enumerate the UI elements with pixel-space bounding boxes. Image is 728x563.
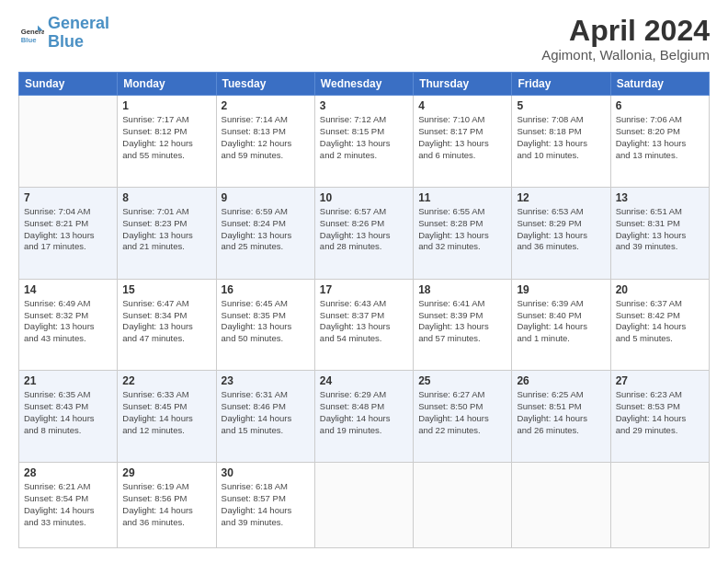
day-info: Sunrise: 6:18 AM Sunset: 8:57 PM Dayligh… [222, 481, 310, 528]
day-number: 11 [418, 191, 506, 204]
calendar-cell: 10Sunrise: 6:57 AM Sunset: 8:26 PM Dayli… [314, 187, 413, 279]
day-info: Sunrise: 6:51 AM Sunset: 8:31 PM Dayligh… [616, 206, 704, 253]
calendar-cell: 11Sunrise: 6:55 AM Sunset: 8:28 PM Dayli… [414, 187, 512, 279]
calendar-week-row: 7Sunrise: 7:04 AM Sunset: 8:21 PM Daylig… [19, 187, 710, 279]
calendar-header-saturday: Saturday [610, 73, 709, 96]
day-info: Sunrise: 6:53 AM Sunset: 8:29 PM Dayligh… [517, 206, 605, 253]
day-info: Sunrise: 6:45 AM Sunset: 8:35 PM Dayligh… [222, 298, 310, 345]
day-info: Sunrise: 6:57 AM Sunset: 8:26 PM Dayligh… [320, 206, 408, 253]
day-number: 3 [320, 99, 408, 112]
calendar-cell: 3Sunrise: 7:12 AM Sunset: 8:15 PM Daylig… [314, 96, 413, 188]
calendar-cell: 15Sunrise: 6:47 AM Sunset: 8:34 PM Dayli… [118, 279, 216, 371]
calendar-cell: 20Sunrise: 6:37 AM Sunset: 8:42 PM Dayli… [610, 279, 709, 371]
calendar-cell: 17Sunrise: 6:43 AM Sunset: 8:37 PM Dayli… [314, 279, 413, 371]
calendar-cell: 21Sunrise: 6:35 AM Sunset: 8:43 PM Dayli… [19, 371, 118, 463]
calendar-week-row: 21Sunrise: 6:35 AM Sunset: 8:43 PM Dayli… [19, 371, 710, 463]
calendar-week-row: 14Sunrise: 6:49 AM Sunset: 8:32 PM Dayli… [19, 279, 710, 371]
logo-icon: General Blue [18, 20, 44, 46]
page: General Blue General Blue April 2024 Agi… [0, 0, 728, 563]
svg-text:Blue: Blue [21, 36, 37, 44]
calendar-cell [512, 463, 610, 548]
calendar-header-thursday: Thursday [414, 73, 512, 96]
day-info: Sunrise: 7:06 AM Sunset: 8:20 PM Dayligh… [616, 114, 704, 161]
day-number: 19 [517, 283, 605, 296]
calendar-header-monday: Monday [118, 73, 216, 96]
calendar-header-sunday: Sunday [19, 73, 118, 96]
day-number: 15 [122, 283, 210, 296]
day-info: Sunrise: 6:19 AM Sunset: 8:56 PM Dayligh… [122, 481, 210, 528]
calendar-table: SundayMondayTuesdayWednesdayThursdayFrid… [18, 72, 710, 548]
calendar-cell: 6Sunrise: 7:06 AM Sunset: 8:20 PM Daylig… [610, 96, 709, 188]
main-title: April 2024 [541, 15, 710, 47]
calendar-cell [314, 463, 413, 548]
calendar-cell: 19Sunrise: 6:39 AM Sunset: 8:40 PM Dayli… [512, 279, 610, 371]
logo-text: General Blue [48, 15, 109, 52]
day-number: 8 [122, 191, 210, 204]
day-number: 30 [222, 466, 310, 479]
day-info: Sunrise: 7:10 AM Sunset: 8:17 PM Dayligh… [418, 114, 506, 161]
day-info: Sunrise: 7:08 AM Sunset: 8:18 PM Dayligh… [517, 114, 605, 161]
calendar-header-friday: Friday [512, 73, 610, 96]
calendar-cell: 13Sunrise: 6:51 AM Sunset: 8:31 PM Dayli… [610, 187, 709, 279]
day-info: Sunrise: 6:41 AM Sunset: 8:39 PM Dayligh… [418, 298, 506, 345]
calendar-header-wednesday: Wednesday [314, 73, 413, 96]
calendar-cell: 18Sunrise: 6:41 AM Sunset: 8:39 PM Dayli… [414, 279, 512, 371]
day-info: Sunrise: 6:21 AM Sunset: 8:54 PM Dayligh… [24, 481, 112, 528]
header: General Blue General Blue April 2024 Agi… [18, 15, 710, 63]
day-number: 17 [320, 283, 408, 296]
day-info: Sunrise: 6:59 AM Sunset: 8:24 PM Dayligh… [222, 206, 310, 253]
day-info: Sunrise: 7:01 AM Sunset: 8:23 PM Dayligh… [122, 206, 210, 253]
calendar-cell: 23Sunrise: 6:31 AM Sunset: 8:46 PM Dayli… [216, 371, 314, 463]
day-number: 20 [616, 283, 704, 296]
day-info: Sunrise: 6:49 AM Sunset: 8:32 PM Dayligh… [24, 298, 112, 345]
day-info: Sunrise: 6:55 AM Sunset: 8:28 PM Dayligh… [418, 206, 506, 253]
calendar-cell: 14Sunrise: 6:49 AM Sunset: 8:32 PM Dayli… [19, 279, 118, 371]
calendar-week-row: 1Sunrise: 7:17 AM Sunset: 8:12 PM Daylig… [19, 96, 710, 188]
day-info: Sunrise: 6:35 AM Sunset: 8:43 PM Dayligh… [24, 389, 112, 436]
day-info: Sunrise: 6:23 AM Sunset: 8:53 PM Dayligh… [616, 389, 704, 436]
logo: General Blue General Blue [18, 15, 109, 52]
day-number: 10 [320, 191, 408, 204]
day-info: Sunrise: 6:27 AM Sunset: 8:50 PM Dayligh… [418, 389, 506, 436]
calendar-cell: 26Sunrise: 6:25 AM Sunset: 8:51 PM Dayli… [512, 371, 610, 463]
day-number: 22 [122, 374, 210, 387]
calendar-cell: 4Sunrise: 7:10 AM Sunset: 8:17 PM Daylig… [414, 96, 512, 188]
day-number: 13 [616, 191, 704, 204]
calendar-cell: 1Sunrise: 7:17 AM Sunset: 8:12 PM Daylig… [118, 96, 216, 188]
calendar-header-row: SundayMondayTuesdayWednesdayThursdayFrid… [19, 73, 710, 96]
logo-line1: General [48, 14, 109, 32]
calendar-cell: 30Sunrise: 6:18 AM Sunset: 8:57 PM Dayli… [216, 463, 314, 548]
day-info: Sunrise: 7:04 AM Sunset: 8:21 PM Dayligh… [24, 206, 112, 253]
logo-line2: Blue [48, 32, 84, 51]
calendar-cell: 12Sunrise: 6:53 AM Sunset: 8:29 PM Dayli… [512, 187, 610, 279]
day-number: 6 [616, 99, 704, 112]
day-number: 26 [517, 374, 605, 387]
day-number: 25 [418, 374, 506, 387]
day-info: Sunrise: 6:31 AM Sunset: 8:46 PM Dayligh… [222, 389, 310, 436]
calendar-cell: 2Sunrise: 7:14 AM Sunset: 8:13 PM Daylig… [216, 96, 314, 188]
calendar-cell [414, 463, 512, 548]
calendar-week-row: 28Sunrise: 6:21 AM Sunset: 8:54 PM Dayli… [19, 463, 710, 548]
calendar-cell [610, 463, 709, 548]
calendar-cell: 28Sunrise: 6:21 AM Sunset: 8:54 PM Dayli… [19, 463, 118, 548]
day-info: Sunrise: 6:29 AM Sunset: 8:48 PM Dayligh… [320, 389, 408, 436]
day-number: 23 [222, 374, 310, 387]
calendar-cell: 25Sunrise: 6:27 AM Sunset: 8:50 PM Dayli… [414, 371, 512, 463]
calendar-cell: 27Sunrise: 6:23 AM Sunset: 8:53 PM Dayli… [610, 371, 709, 463]
day-number: 18 [418, 283, 506, 296]
day-info: Sunrise: 6:37 AM Sunset: 8:42 PM Dayligh… [616, 298, 704, 345]
calendar-cell: 5Sunrise: 7:08 AM Sunset: 8:18 PM Daylig… [512, 96, 610, 188]
calendar-cell [19, 96, 118, 188]
day-info: Sunrise: 6:33 AM Sunset: 8:45 PM Dayligh… [122, 389, 210, 436]
calendar-cell: 16Sunrise: 6:45 AM Sunset: 8:35 PM Dayli… [216, 279, 314, 371]
day-number: 16 [222, 283, 310, 296]
calendar-header-tuesday: Tuesday [216, 73, 314, 96]
calendar-cell: 24Sunrise: 6:29 AM Sunset: 8:48 PM Dayli… [314, 371, 413, 463]
day-number: 2 [222, 99, 310, 112]
day-number: 29 [122, 466, 210, 479]
calendar-cell: 29Sunrise: 6:19 AM Sunset: 8:56 PM Dayli… [118, 463, 216, 548]
calendar-cell: 7Sunrise: 7:04 AM Sunset: 8:21 PM Daylig… [19, 187, 118, 279]
day-info: Sunrise: 7:17 AM Sunset: 8:12 PM Dayligh… [122, 114, 210, 161]
day-info: Sunrise: 6:47 AM Sunset: 8:34 PM Dayligh… [122, 298, 210, 345]
day-number: 1 [122, 99, 210, 112]
